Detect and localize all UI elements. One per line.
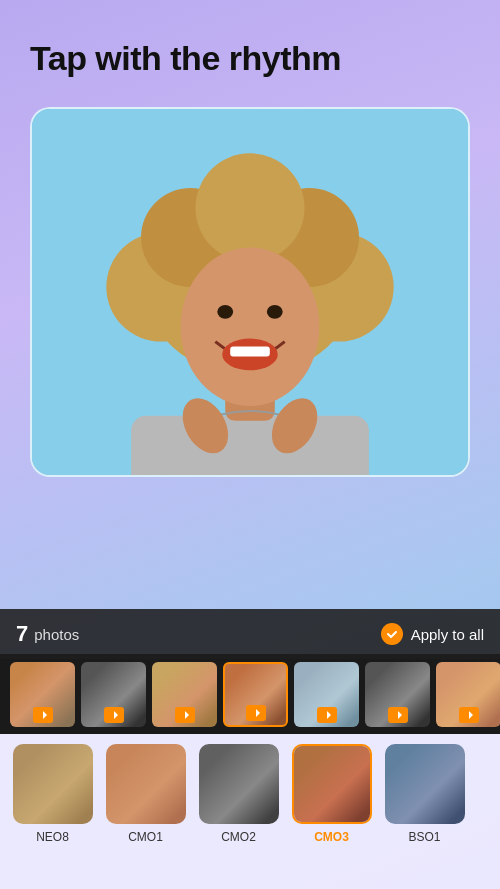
woman-illustration: [32, 107, 468, 477]
strip-item[interactable]: [81, 662, 146, 727]
svg-point-11: [217, 305, 233, 319]
filter-thumb: [13, 744, 93, 824]
apply-all-button[interactable]: Apply to all: [381, 623, 484, 645]
filter-neo8[interactable]: NEO8: [10, 744, 95, 873]
svg-point-9: [196, 154, 305, 263]
photos-number: 7: [16, 621, 28, 647]
filter-row[interactable]: NEO8 CMO1 CMO2 CMO3 BSO1: [0, 734, 500, 889]
strip-item[interactable]: [365, 662, 430, 727]
main-photo: [32, 109, 468, 475]
filter-label: BSO1: [408, 830, 440, 844]
svg-rect-14: [230, 347, 270, 357]
strip-icon: [104, 707, 124, 723]
photos-count: 7 photos: [16, 621, 79, 647]
filter-cmo3[interactable]: CMO3: [289, 744, 374, 873]
filter-label: NEO8: [36, 830, 69, 844]
filter-thumb-selected: [292, 744, 372, 824]
filter-cmo2[interactable]: CMO2: [196, 744, 281, 873]
svg-rect-2: [131, 416, 369, 477]
strip-item-active[interactable]: [223, 662, 288, 727]
svg-point-10: [181, 248, 320, 407]
strip-icon: [459, 707, 479, 723]
strip-item[interactable]: [152, 662, 217, 727]
main-image-container: [30, 107, 470, 477]
check-icon: [381, 623, 403, 645]
strip-icon: [317, 707, 337, 723]
header: Tap with the rhythm: [0, 0, 500, 97]
strip-icon: [33, 707, 53, 723]
filter-label-selected: CMO3: [314, 830, 349, 844]
filter-cmo1[interactable]: CMO1: [103, 744, 188, 873]
page-title: Tap with the rhythm: [30, 40, 470, 77]
strip-item[interactable]: [436, 662, 500, 727]
svg-point-12: [267, 305, 283, 319]
control-bar: 7 photos Apply to all: [0, 609, 500, 659]
filter-label: CMO2: [221, 830, 256, 844]
strip-item[interactable]: [294, 662, 359, 727]
filter-bso1[interactable]: BSO1: [382, 744, 467, 873]
photo-strip[interactable]: [0, 654, 500, 734]
filter-thumb: [106, 744, 186, 824]
filter-thumb: [385, 744, 465, 824]
filter-thumb: [199, 744, 279, 824]
strip-icon: [388, 707, 408, 723]
photos-label: photos: [34, 626, 79, 643]
strip-item[interactable]: [10, 662, 75, 727]
strip-icon: [175, 707, 195, 723]
filter-label: CMO1: [128, 830, 163, 844]
strip-icon-active: [246, 705, 266, 721]
apply-all-label: Apply to all: [411, 626, 484, 643]
